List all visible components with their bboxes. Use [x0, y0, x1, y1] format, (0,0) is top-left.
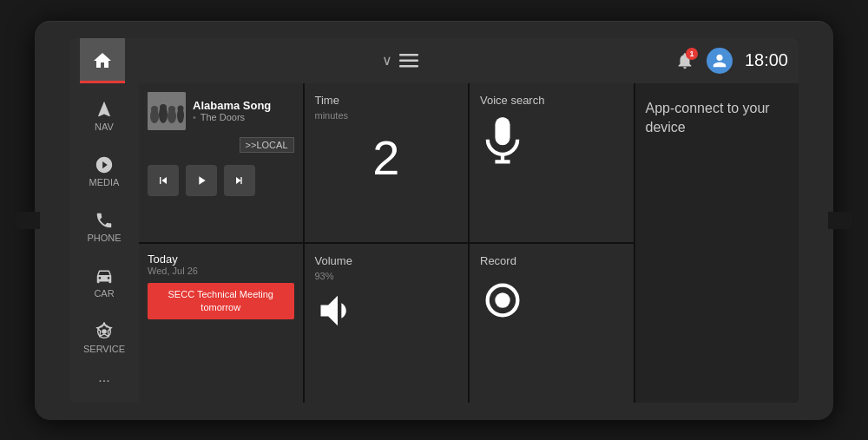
- calendar-event[interactable]: SECC Technical Meeting tomorrow: [148, 283, 294, 320]
- svg-point-11: [168, 106, 175, 113]
- svg-rect-1: [399, 59, 418, 62]
- app-connect-title: App-connect to your device: [646, 99, 789, 138]
- svg-rect-14: [495, 117, 510, 145]
- sidebar: NAV MEDIA PHONE: [69, 83, 139, 403]
- top-bar: ∨ 1: [69, 38, 799, 83]
- media-label: MEDIA: [89, 177, 120, 187]
- svg-rect-0: [399, 54, 418, 56]
- svg-point-3: [102, 329, 107, 334]
- main-content: NAV MEDIA PHONE: [69, 83, 799, 403]
- car-icon: [94, 266, 115, 286]
- service-label: SERVICE: [83, 344, 125, 354]
- nav-label: NAV: [95, 121, 114, 132]
- home-icon: [92, 50, 113, 71]
- song-name: Alabama Song: [193, 99, 271, 113]
- svg-point-7: [151, 106, 158, 113]
- volume-tile[interactable]: Volume 93%: [305, 244, 469, 403]
- record-tile[interactable]: Record: [470, 244, 634, 403]
- sidebar-item-nav[interactable]: NAV: [73, 90, 135, 142]
- artist-dot: •: [193, 112, 196, 122]
- svg-point-13: [178, 105, 184, 111]
- sidebar-item-service[interactable]: SERVICE: [73, 312, 135, 364]
- service-icon: [95, 322, 114, 341]
- song-details: Alabama Song • The Doors: [193, 99, 271, 123]
- voice-tile-title: Voice search: [480, 94, 623, 107]
- user-icon: [712, 53, 727, 69]
- notification-badge: 1: [686, 48, 698, 60]
- phone-label: PHONE: [87, 233, 121, 243]
- time-tile-title: Time: [315, 94, 458, 107]
- local-button[interactable]: >>LOCAL: [240, 137, 294, 153]
- sidebar-item-car[interactable]: CAR: [73, 257, 135, 309]
- notification-bell[interactable]: 1: [675, 51, 694, 70]
- prev-icon: [156, 174, 170, 187]
- clock: 18:00: [745, 50, 788, 70]
- volume-title: Volume: [315, 254, 458, 267]
- home-button[interactable]: [80, 38, 125, 83]
- volume-icon: [315, 288, 458, 333]
- volume-subtitle: 93%: [315, 271, 458, 281]
- music-info: Alabama Song • The Doors: [148, 92, 294, 130]
- avatar[interactable]: [707, 48, 733, 74]
- mount-right: [828, 212, 852, 229]
- voice-search-tile[interactable]: Voice search: [470, 83, 634, 242]
- time-tile[interactable]: Time minutes 2: [305, 83, 469, 242]
- play-button[interactable]: [186, 165, 217, 196]
- tile-grid: Alabama Song • The Doors >>LOCAL: [139, 83, 799, 403]
- next-icon: [233, 174, 247, 187]
- media-icon: [95, 155, 114, 174]
- calendar-tile[interactable]: Today Wed, Jul 26 SECC Technical Meeting…: [139, 244, 303, 403]
- band-silhouette: [148, 92, 186, 130]
- menu-area[interactable]: ∨: [382, 52, 418, 69]
- top-bar-right: 1 18:00: [675, 48, 788, 74]
- record-icon: [480, 278, 623, 323]
- microphone-icon: [480, 117, 623, 169]
- chevron-down-icon: ∨: [382, 52, 392, 69]
- record-title: Record: [480, 254, 623, 267]
- next-button[interactable]: [224, 165, 255, 196]
- top-bar-middle: ∨: [125, 52, 675, 69]
- album-art: [148, 92, 186, 130]
- mount-left: [16, 212, 40, 229]
- calendar-date: Wed, Jul 26: [148, 266, 294, 276]
- sidebar-item-phone[interactable]: PHONE: [73, 201, 135, 253]
- music-tile[interactable]: Alabama Song • The Doors >>LOCAL: [139, 83, 303, 242]
- more-options[interactable]: ···: [98, 373, 109, 396]
- hamburger-icon: [399, 54, 418, 68]
- svg-point-9: [160, 104, 167, 111]
- sidebar-item-media[interactable]: MEDIA: [73, 146, 135, 198]
- app-connect-tile[interactable]: App-connect to your device: [635, 83, 799, 403]
- play-icon: [194, 174, 208, 187]
- device-body: ∨ 1: [35, 21, 833, 420]
- screen: ∨ 1: [69, 38, 799, 403]
- nav-icon: [95, 100, 114, 119]
- music-controls: [148, 165, 294, 196]
- svg-point-18: [495, 292, 510, 307]
- car-label: CAR: [94, 288, 114, 299]
- phone-icon: [95, 211, 114, 230]
- song-artist: • The Doors: [193, 112, 271, 122]
- svg-rect-2: [399, 65, 418, 68]
- time-tile-subtitle: minutes: [315, 110, 458, 121]
- prev-button[interactable]: [148, 165, 179, 196]
- calendar-day: Today: [148, 253, 294, 266]
- time-value: 2: [315, 129, 458, 186]
